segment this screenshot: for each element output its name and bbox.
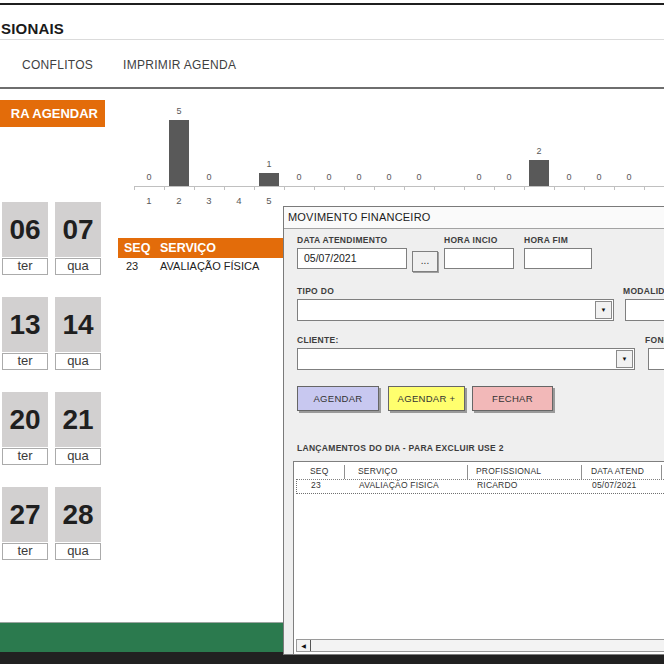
day-number: 21: [55, 392, 101, 447]
column-divider: [581, 465, 582, 479]
table-cell: 23: [311, 480, 321, 490]
day-number: 28: [55, 487, 101, 542]
bar-value-label: 0: [317, 172, 341, 182]
menu-item-imprimir-agenda[interactable]: IMPRIMIR AGENDA: [123, 58, 236, 72]
table-cell: 05/07/2021: [592, 480, 637, 490]
toolbar-divider: [0, 87, 664, 89]
schedule-row-seq: 23: [126, 260, 138, 272]
day-card[interactable]: 28qua: [55, 487, 101, 542]
axis-tick: [194, 187, 195, 190]
day-number: 06: [2, 202, 48, 257]
agendar-button[interactable]: AGENDAR: [297, 386, 379, 411]
movimento-financeiro-dialog: MOVIMENTO FINANCEIRO DATA ATENDIMENTO 05…: [283, 206, 664, 655]
bar-value-label: 2: [527, 146, 551, 156]
data-atendimento-input[interactable]: 05/07/2021: [297, 248, 407, 269]
date-browse-button[interactable]: ...: [412, 251, 438, 272]
bar: [169, 120, 189, 186]
schedule-row-servico: AVALIAÇÃO FÍSICA: [160, 260, 259, 272]
day-card[interactable]: 06ter: [2, 202, 48, 257]
tipo-label: TIPO DO: [297, 286, 334, 296]
bar-value-label: 0: [557, 172, 581, 182]
axis-tick: [224, 187, 225, 190]
header-divider: [0, 39, 664, 40]
hora-inicio-input[interactable]: [444, 248, 514, 269]
modalidade-dropdown[interactable]: [625, 299, 664, 321]
axis-tick: [494, 187, 495, 190]
axis-tick: [254, 187, 255, 190]
axis-tick: [164, 187, 165, 190]
axis-tick: [404, 187, 405, 190]
fechar-button[interactable]: FECHAR: [472, 386, 553, 411]
bar-value-label: 0: [467, 172, 491, 182]
schedule-header-servico: SERVIÇO: [160, 238, 216, 258]
day-card[interactable]: 14qua: [55, 297, 101, 352]
listbox-header-cell: PROFISSIONAL: [476, 466, 541, 476]
hora-fim-input[interactable]: [524, 248, 592, 269]
day-card[interactable]: 27ter: [2, 487, 48, 542]
axis-tick: [644, 187, 645, 190]
listbox-header-row: SEQSERVIÇOPROFISSIONALDATA ATEND: [296, 465, 664, 480]
bar-value-label: 0: [377, 172, 401, 182]
horizontal-scrollbar[interactable]: ◀: [296, 639, 664, 652]
weekday-label: ter: [2, 448, 48, 465]
schedule-header-seq: SEQ: [124, 238, 150, 258]
listbox-header-cell: SERVIÇO: [358, 466, 398, 476]
column-divider: [661, 465, 662, 479]
bar-value-label: 0: [617, 172, 641, 182]
axis-tick: [464, 187, 465, 190]
x-tick-label: 2: [169, 195, 189, 206]
x-tick-label: 5: [259, 195, 279, 206]
axis-tick: [554, 187, 555, 190]
bar-value-label: 0: [137, 172, 161, 182]
hora-fim-label: HORA FIM: [524, 235, 568, 245]
axis-tick: [284, 187, 285, 190]
axis-tick: [614, 187, 615, 190]
menu-item-conflitos[interactable]: CONFLITOS: [22, 58, 93, 72]
schedule-list-header: SEQ SERVIÇO: [118, 238, 288, 258]
column-divider: [467, 465, 468, 479]
dialog-titlebar[interactable]: MOVIMENTO FINANCEIRO: [284, 207, 664, 229]
chevron-down-icon[interactable]: ▼: [595, 301, 612, 319]
x-tick-label: 1: [139, 195, 159, 206]
x-tick-label: 4: [229, 195, 249, 206]
day-card[interactable]: 20ter: [2, 392, 48, 447]
weekday-label: ter: [2, 258, 48, 275]
listbox-header-cell: SEQ: [310, 466, 329, 476]
weekday-label: ter: [2, 353, 48, 370]
day-card[interactable]: 21qua: [55, 392, 101, 447]
tipo-dropdown[interactable]: ▼: [297, 299, 614, 321]
bar-value-label: 0: [347, 172, 371, 182]
listbox-header-cell: DATA ATEND: [591, 466, 644, 476]
fone-input[interactable]: [648, 348, 664, 370]
axis-tick: [344, 187, 345, 190]
axis-tick: [374, 187, 375, 190]
day-card[interactable]: 07qua: [55, 202, 101, 257]
bar-value-label: 5: [167, 106, 191, 116]
day-number: 14: [55, 297, 101, 352]
scroll-left-icon[interactable]: ◀: [297, 640, 311, 651]
day-number: 20: [2, 392, 48, 447]
day-card[interactable]: 13ter: [2, 297, 48, 352]
hora-inicio-label: HORA INCIO: [444, 235, 498, 245]
axis-tick: [524, 187, 525, 190]
chevron-down-icon[interactable]: ▼: [616, 350, 633, 368]
page-title: SIONAIS: [1, 20, 64, 37]
bar-value-label: 0: [287, 172, 311, 182]
bar: [259, 173, 279, 186]
schedule-list-row[interactable]: 23 AVALIAÇÃO FÍSICA: [118, 260, 288, 275]
lancamentos-listbox: SEQSERVIÇOPROFISSIONALDATA ATEND 23AVALI…: [293, 461, 664, 655]
day-number: 07: [55, 202, 101, 257]
data-atendimento-label: DATA ATENDIMENTO: [297, 235, 387, 245]
bar-value-label: 0: [497, 172, 521, 182]
weekday-label: qua: [55, 258, 101, 275]
lancamentos-label: LANÇAMENTOS DO DIA - PARA EXCLUIR USE 2: [297, 443, 504, 453]
axis-tick: [434, 187, 435, 190]
top-border-line: [0, 3, 664, 5]
bar-value-label: 0: [587, 172, 611, 182]
table-cell: RICARDO: [477, 480, 518, 490]
bar-value-label: 1: [257, 159, 281, 169]
dialog-title: MOVIMENTO FINANCEIRO: [288, 207, 431, 228]
cliente-dropdown[interactable]: ▼: [297, 348, 635, 370]
agendar-plus-button[interactable]: AGENDAR +: [388, 386, 465, 411]
table-row[interactable]: 23AVALIAÇÃO FISICARICARDO05/07/2021: [296, 479, 664, 494]
